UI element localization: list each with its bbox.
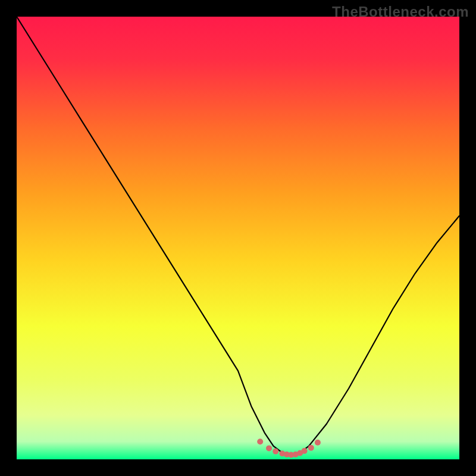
minimum-marker: [302, 448, 308, 454]
minimum-marker: [266, 445, 272, 451]
minimum-marker: [273, 449, 278, 455]
chart-svg: [17, 17, 459, 459]
gradient-background: [17, 17, 459, 459]
minimum-marker: [315, 440, 321, 446]
minimum-marker: [308, 445, 314, 451]
plot-area: [17, 17, 459, 459]
watermark-text: TheBottleneck.com: [332, 4, 469, 20]
minimum-marker: [257, 439, 263, 444]
chart-frame: TheBottleneck.com: [0, 0, 476, 476]
